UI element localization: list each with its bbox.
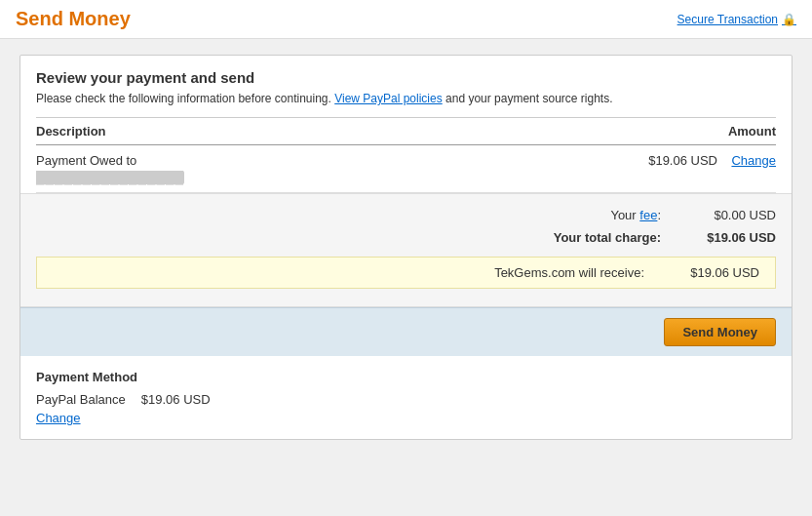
paypal-policies-link[interactable]: View PayPal policies [334, 92, 443, 105]
fee-link[interactable]: fee [639, 208, 657, 222]
action-bar: Send Money [20, 307, 792, 356]
secure-transaction-link[interactable]: Secure Transaction 🔒 [677, 13, 796, 26]
summary-section: Your fee: $0.00 USD Your total charge: $… [20, 193, 792, 307]
col-description-header: Description [36, 124, 659, 139]
payment-method-section: Payment Method PayPal Balance $19.06 USD… [20, 356, 792, 439]
fee-label: Your fee: [610, 208, 669, 222]
page-title: Send Money [16, 8, 131, 30]
section-title: Review your payment and send [20, 56, 792, 92]
payment-desc-label: Payment Owed to [36, 153, 600, 168]
payment-method-title: Payment Method [36, 370, 776, 384]
table-row: Payment Owed to ████████████████ $19.06 … [36, 145, 776, 193]
receive-row: TekGems.com will receive: $19.06 USD [36, 257, 776, 289]
subtitle-prefix: Please check the following information b… [36, 92, 331, 105]
payment-method-label: PayPal Balance [36, 392, 126, 407]
payment-table: Description Amount Payment Owed to █████… [36, 117, 776, 193]
subtitle-suffix: and your payment source rights. [445, 92, 612, 105]
change-payment-method-link[interactable]: Change [36, 411, 776, 425]
subtitle: Please check the following information b… [20, 92, 792, 117]
total-label: Your total charge: [554, 230, 669, 245]
fee-value: $0.00 USD [669, 208, 776, 222]
fee-row: Your fee: $0.00 USD [36, 204, 776, 226]
send-money-button[interactable]: Send Money [664, 318, 776, 346]
payment-method-value: $19.06 USD [141, 392, 211, 407]
secure-transaction-label: Secure Transaction [677, 13, 778, 26]
total-row: Your total charge: $19.06 USD [36, 226, 776, 249]
lock-icon: 🔒 [782, 13, 796, 26]
receive-label: TekGems.com will receive: [494, 265, 652, 280]
payment-description: Payment Owed to ████████████████ [36, 153, 600, 184]
total-value: $19.06 USD [669, 230, 776, 245]
col-amount-header: Amount [659, 124, 776, 139]
receive-value: $19.06 USD [652, 265, 759, 280]
payment-method-row: PayPal Balance $19.06 USD [36, 392, 776, 407]
change-payment-link[interactable]: Change [731, 153, 776, 168]
table-header: Description Amount [36, 118, 776, 145]
recipient-email: ████████████████ [36, 171, 184, 184]
payment-amount: $19.06 USD [600, 153, 717, 168]
